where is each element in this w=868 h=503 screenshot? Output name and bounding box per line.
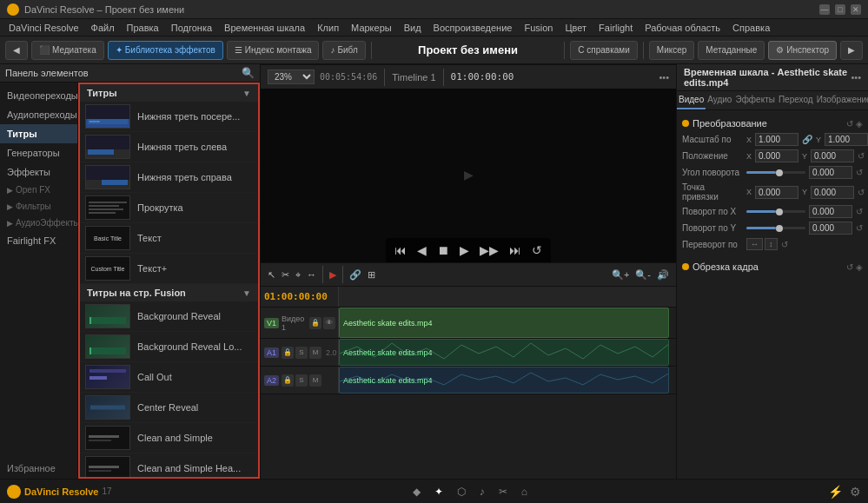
go-end-button[interactable]: ⏭	[507, 242, 523, 259]
metadata-button[interactable]: Метаданные	[698, 41, 765, 60]
flip-v-button[interactable]: ↕	[765, 238, 778, 250]
track-eye-a2-button[interactable]: S	[295, 374, 308, 387]
sidebar-item-audio-transitions[interactable]: Аудиопереходы	[0, 105, 77, 124]
menu-trim[interactable]: Подгонка	[166, 19, 217, 36]
track-lock-a2-button[interactable]: 🔒	[282, 374, 294, 387]
yaw-input[interactable]	[809, 222, 852, 235]
flip-reset-icon[interactable]: ↺	[781, 240, 788, 249]
rotation-thumb[interactable]	[776, 169, 783, 176]
flip-h-button[interactable]: ↔	[746, 238, 763, 250]
track-eye-button[interactable]: 👁	[323, 317, 335, 329]
list-item[interactable]: Custom Title Текст+	[80, 254, 258, 284]
rotation-input[interactable]	[809, 166, 852, 179]
media-library-button[interactable]: ⬛ Медиатека	[31, 41, 104, 60]
titles-section-header[interactable]: Титры ▼	[80, 84, 258, 102]
menu-view[interactable]: Вид	[399, 19, 427, 36]
nav-back-button[interactable]: ◀	[5, 41, 28, 60]
menu-timeline[interactable]: Временная шкала	[219, 19, 310, 36]
maximize-button[interactable]: □	[835, 4, 845, 15]
pitch-input[interactable]	[809, 205, 852, 218]
menu-markers[interactable]: Маркеры	[346, 19, 397, 36]
bottom-tab-fairlight[interactable]: ⌂	[521, 486, 527, 498]
sidebar-item-favorites[interactable]: Избранное	[0, 458, 77, 479]
list-item[interactable]: Clean and Simple Hea...	[80, 453, 258, 479]
close-button[interactable]: ✕	[851, 4, 861, 15]
mixer-button[interactable]: Миксер	[649, 41, 695, 60]
tab-effects[interactable]: Эффекты	[733, 91, 776, 109]
tool-select[interactable]: ↖	[266, 268, 277, 282]
refs-button[interactable]: С справками	[570, 41, 637, 60]
stop-button[interactable]: ⏹	[435, 242, 451, 259]
tool-link[interactable]: 🔗	[348, 268, 363, 282]
menu-file[interactable]: Файл	[86, 19, 120, 36]
expand-transform-icon[interactable]: ◈	[856, 119, 863, 129]
rotation-slider[interactable]	[746, 171, 805, 174]
tab-transition[interactable]: Переход	[777, 91, 815, 109]
fusion-titles-section-header[interactable]: Титры на стр. Fusion ▼	[80, 284, 258, 301]
track-lock-a1-button[interactable]: 🔒	[282, 347, 294, 359]
scale-link-icon[interactable]: 🔗	[802, 135, 812, 144]
pitch-reset-icon[interactable]: ↺	[856, 207, 863, 216]
anchor-y-input[interactable]	[811, 186, 854, 199]
anchor-x-input[interactable]	[755, 186, 798, 199]
edit-index-button[interactable]: ☰ Индекс монтажа	[227, 41, 320, 60]
tool-zoom-in[interactable]: 🔍+	[610, 268, 631, 282]
crop-section-header[interactable]: Обрезка кадра ↺ ◈	[682, 259, 863, 275]
position-x-input[interactable]	[755, 149, 798, 162]
menu-clip[interactable]: Клип	[312, 19, 344, 36]
position-y-input[interactable]	[811, 149, 854, 162]
bottom-tab-cut[interactable]: ✦	[434, 486, 443, 498]
sidebar-group-audio-fx[interactable]: ▶ АудиоЭффекты	[0, 215, 77, 231]
tool-marker[interactable]: ▶	[328, 268, 338, 282]
more-button[interactable]: ▶	[840, 41, 863, 60]
bottom-tab-fusion[interactable]: ♪	[480, 486, 485, 498]
list-item[interactable]: Нижняя треть посере...	[80, 102, 258, 132]
video-clip[interactable]: Aesthetic skate edits.mp4	[339, 308, 669, 338]
expand-crop-icon[interactable]: ◈	[856, 262, 863, 272]
list-item[interactable]: Прокрутка	[80, 193, 258, 223]
render-icon[interactable]: ⚡	[828, 485, 843, 499]
track-eye-a1-button[interactable]: S	[295, 347, 308, 359]
sidebar-group-filters[interactable]: ▶ Фильтры	[0, 198, 77, 215]
yaw-reset-icon[interactable]: ↺	[856, 223, 863, 233]
play-button[interactable]: ▶	[458, 242, 471, 259]
scale-y-input[interactable]	[825, 133, 868, 146]
zoom-selector[interactable]: 23% 50% 100%	[268, 69, 315, 84]
step-back-button[interactable]: ◀	[415, 242, 428, 259]
audio-clip-a1[interactable]: Aesthetic skate edits.mp4	[339, 339, 669, 366]
tab-audio[interactable]: Аудио	[706, 91, 733, 109]
pitch-thumb[interactable]	[776, 208, 783, 215]
position-reset-icon[interactable]: ↺	[858, 151, 865, 161]
sidebar-item-titles[interactable]: Титры	[0, 124, 77, 143]
track-lock-button[interactable]: 🔒	[309, 317, 321, 329]
sidebar-item-fairlight-fx[interactable]: Fairlight FX	[0, 231, 77, 250]
reset-transform-icon[interactable]: ↺	[846, 119, 853, 129]
more-options-icon[interactable]: •••	[659, 72, 669, 83]
step-forward-button[interactable]: ▶▶	[478, 242, 500, 259]
tab-image[interactable]: Изображение	[815, 91, 868, 109]
go-start-button[interactable]: ⏮	[393, 242, 408, 259]
menu-edit[interactable]: Правка	[122, 19, 164, 36]
sidebar-group-open-fx[interactable]: ▶ Open FX	[0, 182, 77, 198]
audio-clip-a2[interactable]: Aesthetic skate edits.mp4	[339, 367, 669, 394]
list-item[interactable]: Нижняя треть справа	[80, 162, 258, 193]
list-item[interactable]: Center Reveal	[80, 393, 258, 423]
track-mute-a2-button[interactable]: M	[309, 374, 321, 387]
menu-color[interactable]: Цвет	[560, 19, 592, 36]
panel-search-icon[interactable]: 🔍	[242, 67, 255, 79]
scale-x-input[interactable]	[755, 133, 798, 146]
rotation-reset-icon[interactable]: ↺	[856, 168, 863, 177]
anchor-reset-icon[interactable]: ↺	[858, 188, 865, 197]
tool-audio[interactable]: 🔊	[655, 268, 671, 282]
list-item[interactable]: Background Reveal Lo...	[80, 332, 258, 362]
menu-playback[interactable]: Воспроизведение	[428, 19, 518, 36]
tool-zoom-out[interactable]: 🔍-	[633, 268, 653, 282]
loop-button[interactable]: ↺	[530, 242, 544, 259]
list-item[interactable]: Basic Title Текст	[80, 223, 258, 254]
pitch-slider[interactable]	[746, 210, 805, 213]
minimize-button[interactable]: —	[819, 4, 830, 15]
reset-crop-icon[interactable]: ↺	[846, 262, 853, 272]
sidebar-item-generators[interactable]: Генераторы	[0, 143, 77, 162]
tool-cut[interactable]: ✂	[280, 268, 291, 282]
sidebar-item-effects[interactable]: Эффекты	[0, 162, 77, 182]
